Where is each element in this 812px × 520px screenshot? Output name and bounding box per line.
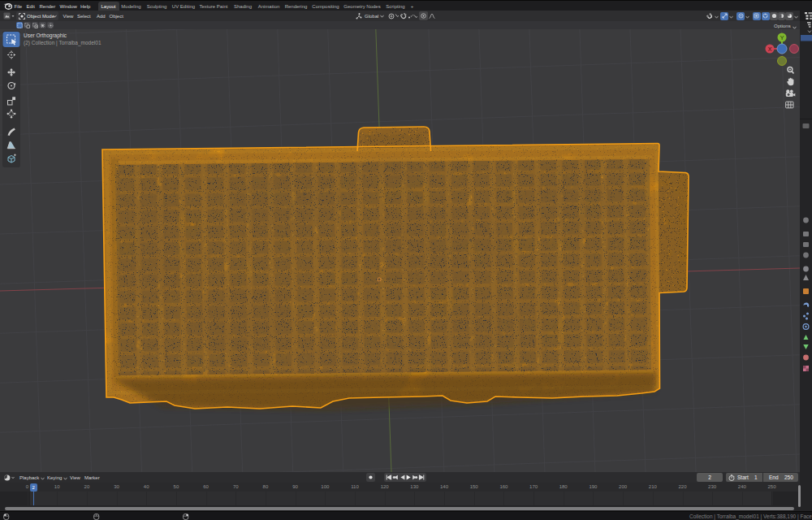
svg-text:X: X [768,46,772,52]
svg-text:Y: Y [780,35,784,41]
